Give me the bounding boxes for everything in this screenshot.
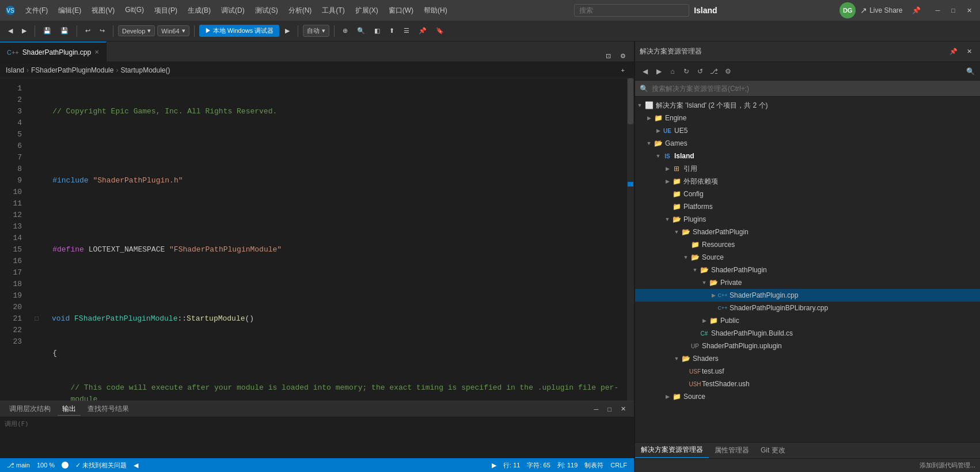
toggle-engine[interactable]: ▶ [644,113,654,123]
toggle-refs[interactable]: ▶ [663,164,672,173]
menu-file[interactable]: 文件(F) [21,3,52,18]
panel-tab-callhierarchy[interactable]: 调用层次结构 [5,403,55,415]
tree-sppbplibrary-cpp[interactable]: C++ ShaderPathPluginBPLibrary.cpp [635,302,980,314]
tree-extdeps[interactable]: ▶ 📁 外部依赖项 [635,175,980,188]
config-dropdown[interactable]: Develop ▾ [118,25,155,36]
close-button[interactable]: ✕ [963,5,975,16]
line-info[interactable]: 行: 11 [503,461,520,470]
toolbar-misc1[interactable]: ⊕ [339,25,351,36]
split-editor-button[interactable]: ⊡ [602,51,614,62]
minimize-button[interactable]: ─ [932,5,944,16]
tab-close-button[interactable]: ✕ [94,49,99,55]
toolbar-misc4[interactable]: ⬆ [386,25,398,36]
tree-games[interactable]: ▼ 📂 Games [635,137,980,150]
menu-extensions[interactable]: 扩展(X) [351,3,383,18]
se-tab-solution[interactable]: 解决方案资源管理器 [635,443,709,458]
se-sync-button[interactable]: ↻ [680,65,693,78]
menu-test[interactable]: 测试(S) [250,3,283,18]
toggle-solution[interactable]: ▼ [635,101,644,110]
tree-shaders[interactable]: ▼ 📂 Shaders [635,352,980,365]
panel-tab-findsymbol[interactable]: 查找符号结果 [83,403,134,415]
scroll-left[interactable]: ◀ [134,462,138,469]
tree-platforms[interactable]: 📁 Platforms [635,200,980,213]
scroll-bar[interactable] [627,78,634,401]
tree-buildcs[interactable]: C# ShaderPathPlugin.Build.cs [635,327,980,340]
panel-tab-output[interactable]: 输出 [58,403,81,416]
breadcrumb-module[interactable]: FShaderPathPluginModule [31,66,113,74]
search-input[interactable] [574,4,689,17]
tree-resources[interactable]: 📁 Resources [635,238,980,251]
tree-island[interactable]: ▼ IS Island [635,150,980,162]
breadcrumb-project[interactable]: Island [6,66,24,74]
toggle-cpp-indicator[interactable]: ▶ [709,291,718,300]
run-alt-button[interactable]: ▶ [282,25,293,36]
problems-indicator[interactable]: ✓ 未找到相关问题 [75,461,127,470]
tree-uplugin[interactable]: UP ShaderPathPlugin.uplugin [635,340,980,352]
undo-button[interactable]: ↩ [82,25,94,36]
toggle-private[interactable]: ▼ [700,278,709,287]
toggle-extdeps[interactable]: ▶ [663,177,672,186]
se-home-button[interactable]: ⌂ [666,65,679,78]
se-back-button[interactable]: ◀ [639,65,651,78]
se-search-button[interactable]: 🔍 [964,65,977,78]
menu-help[interactable]: 帮助(H) [419,3,452,18]
se-forward-button[interactable]: ▶ [652,65,665,78]
menu-view[interactable]: 视图(V) [87,3,119,18]
tree-test-usf[interactable]: USF test.usf [635,365,980,378]
se-refresh-button[interactable]: ↺ [694,65,706,78]
toolbar-misc7[interactable]: 🔖 [432,25,447,36]
platform-dropdown[interactable]: Win64 ▾ [157,25,189,36]
tree-public[interactable]: ▶ 📁 Public [635,314,980,327]
forward-button[interactable]: ▶ [18,25,30,36]
tree-config[interactable]: 📁 Config [635,188,980,200]
scroll-thumb[interactable] [628,78,633,124]
se-close-button[interactable]: ✕ [963,46,975,57]
breadcrumb-function[interactable]: StartupModule() [120,66,170,74]
se-settings-button[interactable]: ⚙ [721,65,734,78]
code-editor[interactable]: 12345 678910 1112131415 1617181920 21222… [0,78,627,401]
redo-button[interactable]: ↪ [96,25,108,36]
se-pin-button[interactable]: 📌 [946,46,961,57]
toggle-games[interactable]: ▼ [644,139,654,148]
toggle-spp-source[interactable]: ▼ [690,265,700,275]
tree-testshader-ush[interactable]: USH TestShader.ush [635,378,980,390]
menu-git[interactable]: Git(G) [120,3,149,18]
tree-spp-source-folder[interactable]: ▼ 📂 ShaderPathPlugin [635,264,980,276]
tree-private[interactable]: ▼ 📂 Private [635,276,980,289]
add-line-button[interactable]: + [618,65,628,75]
menu-edit[interactable]: 编辑(E) [54,3,86,18]
git-branch[interactable]: ⎇ main [7,462,30,469]
menu-build[interactable]: 生成(B) [183,3,215,18]
toggle-plugins[interactable]: ▼ [663,215,672,224]
toolbar-misc3[interactable]: ◧ [371,25,383,36]
code-lines[interactable]: // Copyright Epic Games, Inc. All Rights… [29,78,627,401]
tree-solution-root[interactable]: ▼ ⬜ 解决方案 'Island' (2 个项目，共 2 个) [635,99,980,112]
tree-shaderpathplugin-cpp[interactable]: ▶ C++ ShaderPathPlugin.cpp [635,289,980,302]
menu-project[interactable]: 项目(P) [150,3,182,18]
auto-dropdown[interactable]: 自动 ▾ [303,25,329,37]
toolbar-misc5[interactable]: ☰ [400,25,413,36]
panel-close-button[interactable]: ✕ [617,404,629,414]
tab-size-info[interactable]: 制表符 [584,461,603,470]
live-share-button[interactable]: ↗ Live Share [860,6,902,15]
save-button[interactable]: 💾 [40,25,55,36]
settings-button[interactable]: ⚙ [617,51,629,62]
se-search-input[interactable] [652,85,975,93]
zoom-level[interactable]: 100 % [37,462,55,469]
se-tab-properties[interactable]: 属性管理器 [709,443,755,458]
menu-debug[interactable]: 调试(D) [216,3,249,18]
toolbar-misc6[interactable]: 📌 [415,25,430,36]
char-info[interactable]: 字符: 65 [527,461,550,470]
menu-tools[interactable]: 工具(T) [317,3,349,18]
toggle-spp[interactable]: ▼ [672,227,681,237]
toggle-source-spp[interactable]: ▼ [681,253,690,262]
maximize-button[interactable]: □ [948,5,959,16]
tree-source-spp[interactable]: ▼ 📂 Source [635,251,980,264]
menu-window[interactable]: 窗口(W) [384,3,418,18]
panel-maximize-button[interactable]: □ [604,404,615,414]
toggle-ue5[interactable]: ▶ [654,126,663,135]
tree-source-island[interactable]: ▶ 📁 Source [635,390,980,403]
menu-analyze[interactable]: 分析(N) [284,3,317,18]
run-button[interactable]: ▶ 本地 Windows 调试器 [199,25,280,37]
encoding-info[interactable]: CRLF [610,462,627,469]
